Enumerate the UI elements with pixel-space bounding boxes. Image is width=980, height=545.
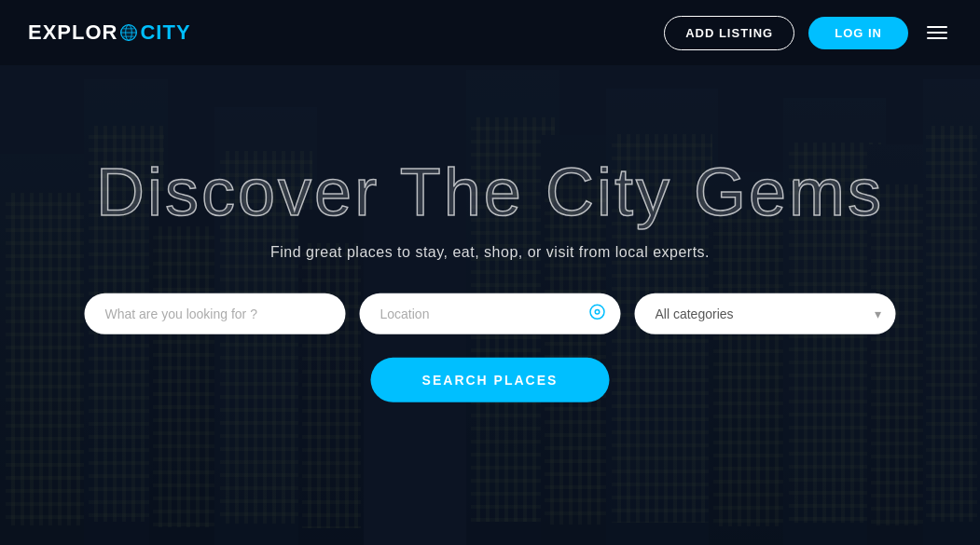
login-button[interactable]: LOG IN: [808, 17, 908, 49]
location-input-wrap: [360, 293, 621, 334]
hero-section: EXPLOR CITY ADD LISTING LOG IN: [0, 0, 980, 545]
logo: EXPLOR CITY: [28, 20, 191, 45]
logo-explore-text: EXPLOR: [28, 20, 117, 45]
search-bar: All categories Restaurants Hotels Shoppi…: [19, 293, 961, 334]
hamburger-menu-button[interactable]: [922, 21, 952, 44]
navbar: EXPLOR CITY ADD LISTING LOG IN: [0, 0, 980, 65]
hero-subtitle: Find great places to stay, eat, shop, or…: [19, 243, 961, 260]
logo-city-text: CITY: [140, 20, 190, 45]
location-input[interactable]: [360, 293, 621, 334]
globe-icon: [118, 22, 139, 43]
category-select[interactable]: All categories Restaurants Hotels Shoppi…: [635, 293, 896, 334]
category-select-wrap: All categories Restaurants Hotels Shoppi…: [635, 293, 896, 334]
keyword-input-wrap: [85, 293, 346, 334]
hero-title: Discover The City Gems: [19, 153, 961, 229]
nav-actions: ADD LISTING LOG IN: [664, 16, 952, 50]
hamburger-line-3: [927, 37, 947, 39]
hero-content: Discover The City Gems Find great places…: [0, 153, 980, 402]
keyword-input[interactable]: [85, 293, 346, 334]
hamburger-line-2: [927, 32, 947, 34]
add-listing-button[interactable]: ADD LISTING: [664, 16, 794, 50]
search-button[interactable]: SEARCH PLACES: [371, 357, 610, 402]
hamburger-line-1: [927, 26, 947, 28]
